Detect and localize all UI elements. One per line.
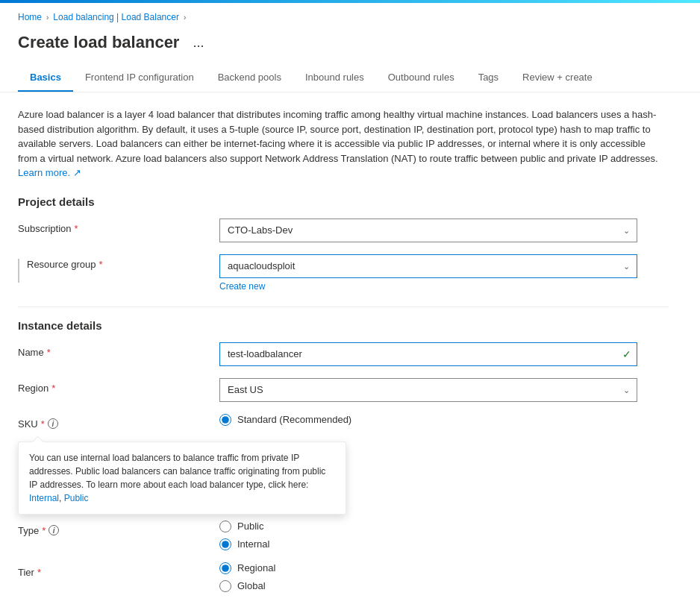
breadcrumb-load-balancing[interactable]: Load balancing | Load Balancer — [53, 12, 179, 22]
section-divider-1 — [18, 306, 669, 307]
main-content: Azure load balancer is a layer 4 load ba… — [0, 92, 687, 613]
learn-more-link[interactable]: Learn more. ↗ — [18, 167, 81, 178]
tier-option-regional[interactable]: Regional — [219, 562, 637, 574]
tier-required: * — [37, 567, 41, 578]
name-label: Name * — [18, 342, 219, 358]
page-menu-button[interactable]: ... — [188, 34, 208, 52]
tab-frontend-ip[interactable]: Frontend IP configuration — [73, 64, 206, 92]
type-option-internal[interactable]: Internal — [219, 538, 637, 550]
resource-group-label-wrap: Resource group * — [27, 254, 219, 270]
type-required: * — [42, 525, 46, 536]
region-label: Region * — [18, 378, 219, 394]
tier-control: Regional Global — [219, 562, 637, 592]
sku-required: * — [41, 418, 45, 430]
subscription-select[interactable]: CTO-Labs-Dev — [219, 219, 637, 242]
type-tooltip-popup: You can use internal load balancers to b… — [18, 441, 346, 515]
type-row: Type * i Public Internal — [18, 521, 669, 550]
type-internal-label: Internal — [237, 538, 269, 550]
name-control: ✓ — [219, 342, 637, 366]
breadcrumb-home[interactable]: Home — [18, 12, 42, 22]
sku-label: SKU * i — [18, 414, 219, 430]
region-row: Region * East US West US East US 2 ⌄ — [18, 378, 669, 402]
breadcrumb-chevron-1: › — [46, 13, 49, 22]
subscription-row: Subscription * CTO-Labs-Dev ⌄ — [18, 219, 669, 242]
sku-radio-group: Standard (Recommended) — [219, 414, 637, 426]
instance-details-title: Instance details — [18, 319, 669, 332]
description-text: Azure load balancer is a layer 4 load ba… — [18, 107, 660, 180]
tab-basics[interactable]: Basics — [18, 64, 73, 92]
tooltip-internal-link[interactable]: Internal — [29, 493, 59, 503]
resource-group-select[interactable]: aquacloudsploit — [219, 254, 637, 278]
tab-backend-pools[interactable]: Backend pools — [206, 64, 293, 92]
name-input-wrap: ✓ — [219, 342, 637, 366]
type-label: Type * i — [18, 521, 219, 536]
breadcrumb-chevron-2: › — [184, 13, 186, 22]
tier-global-label: Global — [237, 580, 266, 591]
type-radio-public[interactable] — [219, 521, 231, 532]
breadcrumb: Home › Load balancing | Load Balancer › — [0, 3, 700, 27]
subscription-control: CTO-Labs-Dev ⌄ — [219, 219, 637, 242]
type-radio-internal[interactable] — [219, 538, 231, 550]
resource-group-row: Resource group * aquacloudsploit ⌄ Creat… — [18, 254, 669, 292]
tier-row: Tier * Regional Global — [18, 562, 669, 592]
name-row: Name * ✓ — [18, 342, 669, 366]
region-control: East US West US East US 2 ⌄ — [219, 378, 637, 402]
type-public-label: Public — [237, 521, 263, 532]
resource-group-select-wrapper: aquacloudsploit ⌄ — [219, 254, 637, 278]
tooltip-text: You can use internal load balancers to b… — [29, 453, 325, 490]
rg-indent-line — [18, 259, 19, 283]
page-header: Create load balancer ... — [0, 27, 700, 64]
tier-radio-global[interactable] — [219, 580, 231, 592]
resource-group-label: Resource group — [27, 259, 96, 270]
sku-row: SKU * i Standard (Recommended) — [18, 414, 669, 430]
subscription-select-wrapper: CTO-Labs-Dev ⌄ — [219, 219, 637, 242]
sku-standard-label: Standard (Recommended) — [237, 414, 351, 425]
subscription-label: Subscription * — [18, 219, 219, 234]
tab-outbound-rules[interactable]: Outbound rules — [376, 64, 466, 92]
tabs-bar: Basics Frontend IP configuration Backend… — [0, 64, 700, 92]
create-new-link[interactable]: Create new — [219, 281, 637, 292]
tier-regional-label: Regional — [237, 562, 275, 573]
type-radio-group: Public Internal — [219, 521, 637, 550]
name-input[interactable] — [219, 342, 637, 366]
tier-label: Tier * — [18, 562, 219, 578]
sku-control: Standard (Recommended) — [219, 414, 637, 426]
type-info-icon[interactable]: i — [49, 525, 59, 535]
sku-radio-standard[interactable] — [219, 414, 231, 426]
type-section: You can use internal load balancers to b… — [18, 441, 669, 550]
resource-group-control: aquacloudsploit ⌄ Create new — [219, 254, 637, 292]
subscription-required: * — [75, 223, 78, 234]
tier-option-global[interactable]: Global — [219, 580, 637, 592]
type-control: Public Internal — [219, 521, 637, 550]
tooltip-public-link[interactable]: Public — [64, 493, 89, 503]
tab-inbound-rules[interactable]: Inbound rules — [293, 64, 376, 92]
name-required: * — [47, 347, 51, 358]
sku-info-icon[interactable]: i — [48, 418, 58, 429]
tier-radio-group: Regional Global — [219, 562, 637, 592]
type-option-public[interactable]: Public — [219, 521, 637, 532]
resource-group-required: * — [99, 259, 103, 270]
tab-tags[interactable]: Tags — [466, 64, 510, 92]
sku-option-standard[interactable]: Standard (Recommended) — [219, 414, 637, 426]
tier-radio-regional[interactable] — [219, 562, 231, 574]
region-required: * — [51, 383, 55, 394]
region-select-wrapper: East US West US East US 2 ⌄ — [219, 378, 637, 402]
project-details-title: Project details — [18, 195, 669, 208]
region-select[interactable]: East US West US East US 2 — [219, 378, 637, 402]
name-check-icon: ✓ — [622, 348, 631, 360]
page-title: Create load balancer — [18, 33, 179, 52]
tab-review-create[interactable]: Review + create — [510, 64, 604, 92]
